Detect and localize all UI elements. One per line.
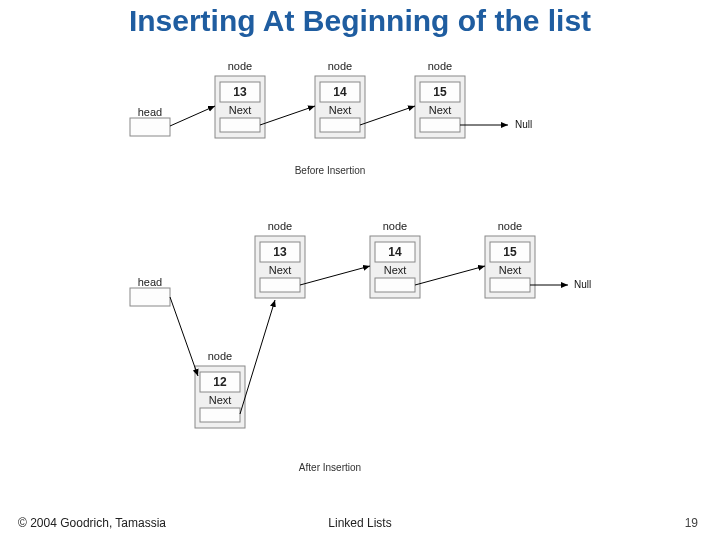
svg-text:node: node <box>268 220 292 232</box>
null-label-after: Null <box>574 279 591 290</box>
after-caption: After Insertion <box>299 462 361 473</box>
svg-line-21 <box>360 106 415 125</box>
footer-title: Linked Lists <box>0 516 720 530</box>
svg-text:14: 14 <box>333 85 347 99</box>
before-node-1: node 14 Next <box>315 60 365 138</box>
svg-rect-6 <box>220 118 260 132</box>
svg-line-20 <box>260 106 315 125</box>
page-title: Inserting At Beginning of the list <box>0 4 720 38</box>
after-node-2: node 15 Next <box>485 220 535 298</box>
svg-text:node: node <box>228 60 252 72</box>
svg-text:Next: Next <box>329 104 352 116</box>
svg-line-51 <box>415 266 485 285</box>
svg-text:Next: Next <box>499 264 522 276</box>
svg-text:13: 13 <box>233 85 247 99</box>
diagram-svg: head node 13 Next node 14 Next node 15 N… <box>120 56 600 486</box>
svg-rect-29 <box>260 278 300 292</box>
null-label: Null <box>515 119 532 130</box>
svg-rect-0 <box>130 118 170 136</box>
footer-page: 19 <box>685 516 698 530</box>
svg-text:node: node <box>498 220 522 232</box>
head-label-after: head <box>138 276 162 288</box>
after-new-node: node 12 Next <box>195 350 245 428</box>
svg-line-48 <box>170 297 198 376</box>
svg-rect-12 <box>320 118 360 132</box>
svg-text:Next: Next <box>269 264 292 276</box>
svg-text:node: node <box>328 60 352 72</box>
before-node-0: node 13 Next <box>215 60 265 138</box>
svg-text:12: 12 <box>213 375 227 389</box>
svg-text:node: node <box>208 350 232 362</box>
svg-line-49 <box>240 300 275 414</box>
svg-text:14: 14 <box>388 245 402 259</box>
svg-text:15: 15 <box>503 245 517 259</box>
svg-text:node: node <box>428 60 452 72</box>
head-label: head <box>138 106 162 118</box>
svg-text:Next: Next <box>229 104 252 116</box>
svg-line-19 <box>170 106 215 126</box>
before-caption: Before Insertion <box>295 165 366 176</box>
svg-text:15: 15 <box>433 85 447 99</box>
svg-rect-23 <box>130 288 170 306</box>
svg-line-50 <box>300 266 370 285</box>
after-node-1: node 14 Next <box>370 220 420 298</box>
svg-text:Next: Next <box>429 104 452 116</box>
svg-rect-41 <box>490 278 530 292</box>
after-node-0: node 13 Next <box>255 220 305 298</box>
svg-text:node: node <box>383 220 407 232</box>
svg-text:Next: Next <box>209 394 232 406</box>
before-node-2: node 15 Next <box>415 60 465 138</box>
svg-rect-47 <box>200 408 240 422</box>
svg-text:Next: Next <box>384 264 407 276</box>
svg-text:13: 13 <box>273 245 287 259</box>
svg-rect-18 <box>420 118 460 132</box>
linked-list-diagram: head node 13 Next node 14 Next node 15 N… <box>120 56 600 486</box>
svg-rect-35 <box>375 278 415 292</box>
